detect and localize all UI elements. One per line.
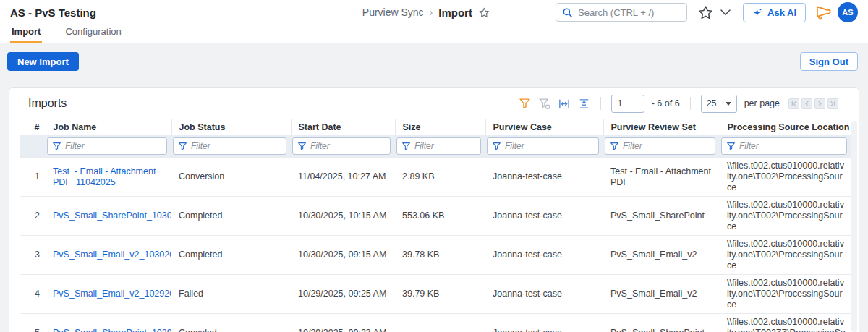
breadcrumb-parent[interactable]: Purview Sync <box>362 7 424 18</box>
next-page-icon[interactable] <box>814 98 825 109</box>
topbar-actions: Ask AI AS <box>556 2 858 22</box>
cell-job-status: Completed <box>171 236 291 275</box>
favorite-star-icon[interactable] <box>478 7 490 19</box>
breadcrumb-separator-icon: › <box>430 7 433 18</box>
cell-start-date: 10/29/2025, 09:25 AM <box>291 275 395 314</box>
column-header-job-name[interactable]: Job Name <box>46 119 171 135</box>
tab-configuration[interactable]: Configuration <box>64 25 122 43</box>
cell-job-status: Completed <box>171 197 291 236</box>
column-header-processing-source-location[interactable]: Processing Source Location <box>720 119 851 135</box>
table-row: 3 PvS_Small_Email_v2_10302025 Completed … <box>20 236 851 275</box>
filter-input-processing-source-location[interactable] <box>739 141 842 151</box>
page-size-select[interactable]: 25 <box>701 95 737 113</box>
cell-purview-case: Joanna-test-case <box>485 158 603 197</box>
cell-processing-source-location: \\files.t002.ctus010000.relativity.one\T… <box>720 197 851 236</box>
cell-purview-case: Joanna-test-case <box>485 275 603 314</box>
cell-start-date: 10/30/2025, 09:15 AM <box>291 236 395 275</box>
tab-import[interactable]: Import <box>10 25 42 43</box>
filter-input-size[interactable] <box>414 141 476 151</box>
cell-processing-source-location: \\files.t002.ctus010000.relativity.one\T… <box>720 158 851 197</box>
search-box[interactable] <box>556 3 687 22</box>
filter-box-purview-case[interactable] <box>487 137 599 155</box>
job-name-link[interactable]: PvS_Small_Email_v2_10292025 <box>53 289 171 299</box>
fit-column-width-icon[interactable] <box>558 98 571 110</box>
announcements-megaphone-icon[interactable] <box>813 3 833 22</box>
filter-cell-empty <box>20 135 46 158</box>
job-name-link[interactable]: Test_- Email - Attachment PDF_11042025 <box>53 166 156 187</box>
cell-job-name: PvS_Small_SharePoint_10292025 <box>46 314 171 332</box>
cell-num: 1 <box>20 158 46 197</box>
fit-row-height-icon[interactable] <box>578 98 590 110</box>
filter-funnel-icon <box>726 142 736 151</box>
table-row: 2 PvS_Small_SharePoint_10302025 Complete… <box>20 197 851 236</box>
page-number-input[interactable] <box>611 95 644 113</box>
user-avatar[interactable]: AS <box>838 2 858 22</box>
search-input[interactable] <box>578 7 705 18</box>
cell-job-name: PvS_Small_Email_v2_10302025 <box>46 236 171 275</box>
column-header-start-date[interactable]: Start Date <box>291 119 395 135</box>
vertical-scrollbar[interactable] <box>851 121 857 332</box>
favorites-star-icon[interactable] <box>697 4 714 21</box>
table-row: 1 Test_- Email - Attachment PDF_11042025… <box>20 158 851 197</box>
search-icon <box>562 7 573 18</box>
filter-box-processing-source-location[interactable] <box>721 137 847 155</box>
pager <box>788 98 838 109</box>
cell-purview-case: Joanna-test-case <box>485 236 603 275</box>
first-page-icon[interactable] <box>788 98 799 109</box>
cell-size: 2.89 KB <box>395 158 485 197</box>
filter-funnel-icon <box>297 142 307 151</box>
column-header-num[interactable]: # <box>20 119 46 135</box>
cell-purview-review-set: Test - Email - Attachment PDF <box>603 158 720 197</box>
filter-box-purview-review-set[interactable] <box>605 137 715 155</box>
cell-processing-source-location: \\files.t002.ctus010000.relativity.one\T… <box>720 314 851 332</box>
filter-box-start-date[interactable] <box>292 137 391 155</box>
column-header-purview-case[interactable]: Purview Case <box>485 119 603 135</box>
job-name-link[interactable]: PvS_Small_SharePoint_10292025 <box>53 328 171 332</box>
ask-ai-label: Ask AI <box>767 7 796 18</box>
filter-input-purview-review-set[interactable] <box>623 141 710 151</box>
pagination-range: - 6 of 6 <box>652 98 680 108</box>
per-page-label: per page <box>744 98 780 108</box>
prev-page-icon[interactable] <box>801 98 812 109</box>
cell-processing-source-location: \\files.t002.ctus010000.relativity.one\T… <box>720 236 851 275</box>
filter-funnel-icon <box>610 142 619 151</box>
toolbar-divider <box>600 97 601 110</box>
cell-purview-review-set: PvS_Small_SharePoint <box>603 197 720 236</box>
select-caret-icon <box>726 102 731 106</box>
filter-toggle-icon[interactable] <box>519 98 531 110</box>
cell-job-status: Failed <box>171 275 291 314</box>
cell-start-date: 10/30/2025, 10:15 AM <box>291 197 395 236</box>
filter-input-start-date[interactable] <box>310 141 386 151</box>
filter-input-job-status[interactable] <box>191 141 281 151</box>
imports-card: Imports - 6 of 6 25 <box>9 87 859 332</box>
cell-size <box>395 314 485 332</box>
column-header-job-status[interactable]: Job Status <box>171 119 291 135</box>
job-name-link[interactable]: PvS_Small_Email_v2_10302025 <box>53 250 171 260</box>
chevron-down-icon[interactable] <box>720 8 731 17</box>
cell-size: 39.79 KB <box>395 275 485 314</box>
filter-funnel-icon <box>401 142 411 151</box>
cell-job-name: PvS_Small_SharePoint_10302025 <box>46 197 171 236</box>
column-header-purview-review-set[interactable]: Purview Review Set <box>603 119 720 135</box>
filter-funnel-icon <box>52 142 61 151</box>
filter-input-job-name[interactable] <box>65 141 162 151</box>
column-header-size[interactable]: Size <box>395 119 485 135</box>
last-page-icon[interactable] <box>827 98 838 109</box>
cell-num: 3 <box>20 236 46 275</box>
filter-input-purview-case[interactable] <box>505 141 594 151</box>
cell-purview-case: Joanna-test-case <box>485 314 603 332</box>
clear-filters-icon[interactable] <box>538 98 550 110</box>
cell-start-date: 11/04/2025, 10:27 AM <box>291 158 395 197</box>
filter-box-job-name[interactable] <box>47 137 167 155</box>
cell-purview-case: Joanna-test-case <box>485 197 603 236</box>
filter-box-size[interactable] <box>396 137 481 155</box>
job-name-link[interactable]: PvS_Small_SharePoint_10302025 <box>53 210 171 221</box>
new-import-button[interactable]: New Import <box>7 52 79 71</box>
cell-job-status: Canceled <box>171 314 291 332</box>
sign-out-button[interactable]: Sign Out <box>800 52 858 71</box>
cell-job-name: Test_- Email - Attachment PDF_11042025 <box>46 158 171 197</box>
app-title: AS - PvS Testing <box>10 7 96 19</box>
filter-box-job-status[interactable] <box>173 137 286 155</box>
ask-ai-button[interactable]: Ask AI <box>743 3 806 22</box>
tab-bar: Import Configuration <box>0 25 868 43</box>
